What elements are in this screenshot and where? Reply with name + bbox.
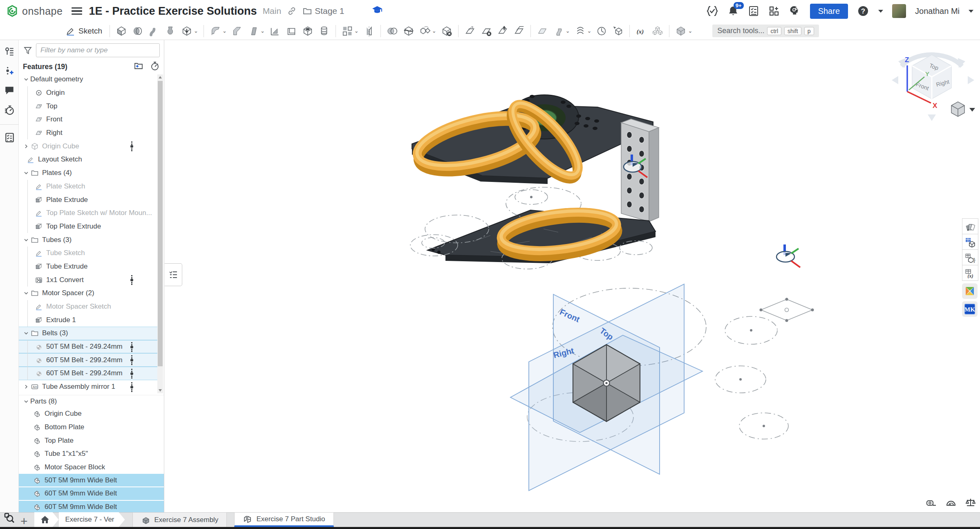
display-mode-button[interactable]: ⌄ xyxy=(673,24,694,38)
view-cube[interactable]: Top Front Right Z X Y xyxy=(886,41,980,127)
extrude-button[interactable] xyxy=(114,24,129,38)
delete-face-button[interactable] xyxy=(479,24,494,38)
variable-button[interactable]: (x) xyxy=(633,24,649,38)
part-row[interactable]: Motor Spacer Block xyxy=(19,461,164,474)
feature-row[interactable]: Front xyxy=(19,113,157,126)
feature-row[interactable]: Origin xyxy=(19,86,157,100)
feature-row[interactable]: Plate Sketch xyxy=(19,180,157,193)
hole-button[interactable] xyxy=(300,24,315,38)
thicken-button[interactable]: ⌄ xyxy=(179,24,200,38)
comments-button[interactable] xyxy=(4,85,15,97)
tasks-icon[interactable] xyxy=(748,5,759,17)
tasks-checklist-button[interactable] xyxy=(4,132,15,144)
draft-button[interactable]: ⌄ xyxy=(246,24,266,38)
scrollbar-down-icon[interactable] xyxy=(159,389,162,392)
part-row[interactable]: 60T 5M 9mm Wide Belt xyxy=(19,501,164,512)
rotate-left-icon[interactable] xyxy=(892,76,898,84)
caret-down-icon[interactable] xyxy=(22,330,30,336)
tab-version[interactable]: Exercise 7 - Ver xyxy=(59,512,125,527)
plane-button[interactable] xyxy=(535,24,550,38)
feature-row[interactable]: Origin Cube xyxy=(19,139,157,153)
avatar[interactable] xyxy=(892,4,906,18)
chevron-down-icon[interactable]: ⌄ xyxy=(354,28,359,34)
scrollbar-up-icon[interactable] xyxy=(159,76,162,78)
parts-header[interactable]: Parts (8) xyxy=(19,395,164,407)
circle-gauge-button[interactable] xyxy=(594,24,609,38)
rollback-handle-icon[interactable] xyxy=(130,141,134,153)
part-row[interactable]: Bottom Plate xyxy=(19,421,164,434)
feature-row[interactable]: Tubes (3) xyxy=(19,233,157,247)
scrollbar-thumb[interactable] xyxy=(158,81,163,366)
new-tab-button[interactable]: + xyxy=(20,515,28,527)
home-tab[interactable] xyxy=(34,512,59,527)
helix-button[interactable]: ⌄ xyxy=(573,24,593,38)
configurations-button[interactable] xyxy=(962,234,978,250)
search-tools-box[interactable]: Search tools...ctrlshiftp xyxy=(712,25,819,37)
feature-row[interactable]: Right xyxy=(19,126,157,140)
feature-row[interactable]: 50T 5M Belt - 249.24mm xyxy=(19,340,157,354)
chevron-down-icon[interactable]: ⌄ xyxy=(222,28,227,34)
feature-row[interactable]: Belts (3) xyxy=(19,327,157,340)
share-button[interactable]: Share xyxy=(810,4,848,19)
protractor-button[interactable] xyxy=(946,498,956,510)
composite-part-button[interactable] xyxy=(650,24,665,38)
caret-down-icon[interactable] xyxy=(22,290,30,296)
main-menu-icon[interactable] xyxy=(72,6,82,17)
boss-button[interactable] xyxy=(316,24,332,38)
chevron-down-icon[interactable]: ⌄ xyxy=(566,28,570,34)
location-label[interactable]: Stage 1 xyxy=(315,6,344,16)
configured-features-button[interactable]: } xyxy=(962,249,978,265)
sketch-button[interactable]: Sketch xyxy=(61,25,106,37)
offset-face-button[interactable] xyxy=(495,24,510,38)
feature-row[interactable]: 60T 5M Belt - 299.24mm xyxy=(19,353,157,367)
help-icon[interactable]: ? xyxy=(857,5,869,17)
caret-down-icon[interactable] xyxy=(22,170,30,176)
feature-row[interactable]: Default geometry xyxy=(19,73,157,86)
caret-right-icon[interactable] xyxy=(22,143,30,150)
shell-button[interactable] xyxy=(284,24,299,38)
help-caret-icon[interactable] xyxy=(878,10,883,13)
delete-part-button[interactable] xyxy=(439,24,454,38)
versions-history-button[interactable] xyxy=(4,46,15,58)
caret-down-icon[interactable] xyxy=(22,237,30,243)
chevron-down-icon[interactable]: ⌄ xyxy=(432,28,436,34)
mirror-button[interactable] xyxy=(361,24,377,38)
feature-row[interactable]: 60T 5M Belt - 299.24mm xyxy=(19,367,157,380)
configuration-variables-button[interactable]: (x) xyxy=(962,265,978,281)
chevron-down-icon[interactable]: ⌄ xyxy=(260,28,265,34)
appearance-button[interactable] xyxy=(962,218,978,234)
rollback-handle-icon[interactable] xyxy=(130,355,134,367)
part-row[interactable]: Tube 1"x1"x5" xyxy=(19,447,164,461)
notifications-bell-icon[interactable]: 9+ xyxy=(727,5,739,17)
rollback-handle-icon[interactable] xyxy=(130,275,134,287)
onshape-logo[interactable]: onshape xyxy=(6,4,63,18)
workspace-name[interactable]: Main xyxy=(263,6,282,16)
app-mk-button[interactable]: MK xyxy=(962,301,978,317)
view-options-button[interactable] xyxy=(951,102,975,117)
feature-row[interactable]: Motor Spacer Sketch xyxy=(19,300,157,314)
chevron-down-icon[interactable]: ⌄ xyxy=(587,28,592,34)
viewport-3d[interactable]: Front Top Right xyxy=(165,40,980,512)
chamfer-button[interactable] xyxy=(229,24,245,38)
replace-face-button[interactable] xyxy=(511,24,527,38)
performance-button[interactable] xyxy=(4,105,15,117)
feature-row[interactable]: Motor Spacer (2) xyxy=(19,287,157,300)
link-icon[interactable] xyxy=(287,6,297,16)
tab-partstudio[interactable]: Exercise 7 Part Studio xyxy=(234,512,333,527)
caret-down-icon[interactable] xyxy=(22,76,30,83)
tab-search-icon[interactable] xyxy=(4,513,15,525)
chevron-down-icon[interactable]: ⌄ xyxy=(194,28,198,34)
move-face-button[interactable] xyxy=(462,24,478,38)
apps-grid-icon[interactable] xyxy=(768,5,780,17)
feature-row[interactable]: Top Plate Sketch w/ Motor Moun... xyxy=(19,206,157,220)
rollback-history-icon[interactable] xyxy=(150,61,160,72)
split-button[interactable] xyxy=(401,24,416,38)
part-row[interactable]: 60T 5M 9mm Wide Belt xyxy=(19,487,164,501)
model-canvas[interactable]: Front Top Right xyxy=(165,40,980,512)
revolve-button[interactable] xyxy=(130,24,145,38)
user-menu-caret-icon[interactable] xyxy=(969,10,973,13)
create-version-button[interactable] xyxy=(4,65,15,78)
user-name[interactable]: Jonathan Mi xyxy=(915,7,960,16)
feature-row[interactable]: Extrude 1 xyxy=(19,313,157,327)
new-folder-icon[interactable] xyxy=(134,61,143,72)
